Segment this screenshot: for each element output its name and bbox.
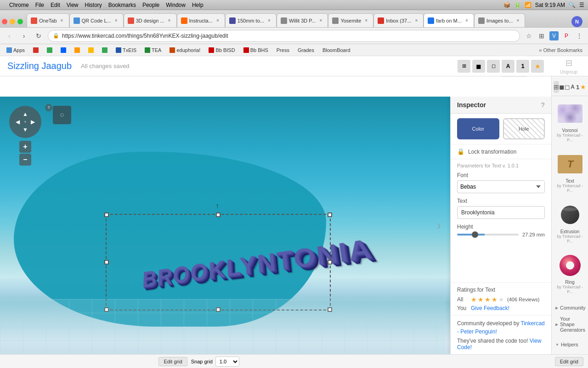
shape-item-voronoi[interactable]: Voronoi by Tinkercad - P... bbox=[554, 97, 586, 146]
tab-close-yosemite[interactable]: × bbox=[363, 17, 369, 24]
window-close-btn[interactable] bbox=[2, 19, 7, 24]
tab-title-instructa: Instructa... bbox=[189, 18, 213, 23]
mac-menu-file[interactable]: File bbox=[35, 2, 44, 8]
inspector-help-icon[interactable]: ? bbox=[541, 101, 545, 109]
nav-help-btn[interactable]: ? bbox=[45, 104, 52, 111]
tab-close-images[interactable]: × bbox=[514, 17, 521, 24]
height-slider[interactable] bbox=[457, 234, 519, 236]
nav-circle[interactable]: ▲ ◀ ● ▶ ▼ bbox=[9, 106, 41, 138]
tab-instructa[interactable]: Instructa... × bbox=[177, 13, 225, 27]
tab-close-inbox[interactable]: × bbox=[413, 17, 419, 24]
bookmark-drive[interactable] bbox=[43, 46, 56, 54]
bookmark-g3[interactable] bbox=[98, 46, 111, 54]
scroll-right-arrow[interactable]: › bbox=[437, 218, 441, 233]
search-icon[interactable]: 🔍 bbox=[569, 2, 576, 8]
bookmark-apps[interactable]: Apps bbox=[3, 46, 28, 54]
sidebar-wireframe-icon[interactable]: ◻ bbox=[565, 81, 570, 93]
mac-menu-history[interactable]: History bbox=[85, 2, 102, 8]
window-minimize-btn[interactable] bbox=[10, 19, 15, 24]
pinterest-icon[interactable]: P bbox=[561, 31, 571, 41]
bookmark-bb-bhs[interactable]: Bb BHS bbox=[240, 46, 272, 54]
bookmark-g2[interactable] bbox=[85, 46, 97, 54]
bookmark-bloomboard[interactable]: BloomBoard bbox=[319, 46, 354, 54]
tab-qrcode[interactable]: QR Code L... × bbox=[69, 13, 124, 27]
mac-menu-window[interactable]: Window bbox=[166, 2, 186, 8]
bookmarks-more-btn[interactable]: » Other Bookmarks bbox=[536, 46, 585, 54]
shape-name-ring: Ring bbox=[565, 280, 575, 285]
chrome-profile-btn[interactable]: N bbox=[571, 16, 582, 27]
view-cube[interactable]: ⬡ bbox=[53, 106, 71, 124]
font-select[interactable]: Bebas bbox=[457, 180, 545, 193]
sidebar-star-icon[interactable]: ★ bbox=[580, 81, 586, 93]
bookmark-bb-bisd[interactable]: Bb BISD bbox=[205, 46, 238, 54]
chrome-extension-icon[interactable]: V bbox=[549, 31, 559, 40]
mac-menu-chrome[interactable]: Chrome bbox=[9, 2, 29, 8]
edit-grid-right-btn[interactable]: Edit grid bbox=[555, 357, 583, 366]
tab-farbon[interactable]: farb on M... × bbox=[424, 13, 474, 27]
bookmark-grades[interactable]: Grades bbox=[294, 46, 318, 54]
mac-menu-help[interactable]: Help bbox=[192, 2, 204, 8]
mac-menu-bookmarks[interactable]: Bookmarks bbox=[108, 2, 136, 8]
mac-menu-view[interactable]: View bbox=[67, 2, 79, 8]
tab-onetab[interactable]: OneTab × bbox=[27, 13, 69, 27]
bookmark-dropbox[interactable] bbox=[57, 46, 70, 54]
shape-item-helpers[interactable] bbox=[554, 351, 586, 354]
tab-title-images: Images to... bbox=[486, 18, 513, 23]
community-section-header[interactable]: ▶ Community bbox=[552, 302, 588, 313]
nav-arrow-w[interactable]: ◀ bbox=[14, 118, 22, 126]
tab-close-onetab[interactable]: × bbox=[59, 17, 65, 24]
sidebar-grid-icon[interactable]: ⊞ bbox=[554, 81, 559, 93]
tab-close-instructa[interactable]: × bbox=[215, 17, 221, 24]
chrome-cast-icon[interactable]: ⊞ bbox=[537, 31, 547, 41]
bookmark-tea[interactable]: TEA bbox=[141, 46, 165, 54]
window-maximize-btn[interactable] bbox=[17, 19, 23, 24]
mac-menu-people[interactable]: People bbox=[142, 2, 159, 8]
tab-close-farbon[interactable]: × bbox=[464, 17, 470, 24]
menu-icon[interactable]: ☰ bbox=[579, 2, 584, 8]
bookmark-star-icon[interactable]: ☆ bbox=[524, 31, 534, 41]
bookmark-press[interactable]: Press bbox=[273, 46, 293, 54]
chrome-apps-icon[interactable]: ⋮ bbox=[574, 31, 584, 41]
nav-forward-btn[interactable]: › bbox=[18, 30, 29, 41]
url-bar[interactable]: 🔒 https://www.tinkercad.com/things/5hn68… bbox=[48, 30, 520, 42]
tab-inbox[interactable]: Inbox (37... × bbox=[373, 13, 424, 27]
zoom-out-btn[interactable]: − bbox=[19, 154, 31, 166]
snap-grid-select[interactable]: 1.0 0.5 0.25 bbox=[215, 356, 239, 367]
bookmark-gmail[interactable] bbox=[29, 46, 42, 54]
zoom-in-btn[interactable]: + bbox=[19, 141, 31, 153]
nav-arrow-center[interactable]: ● bbox=[22, 118, 29, 126]
tab-3ddesign[interactable]: 3D design ... × bbox=[124, 13, 177, 27]
text-input[interactable] bbox=[457, 206, 545, 219]
sidebar-text-icon[interactable]: A bbox=[570, 81, 575, 93]
bookmark-txeis[interactable]: TxEIS bbox=[112, 46, 140, 54]
hole-btn[interactable]: Hole bbox=[503, 118, 545, 139]
nav-back-btn[interactable]: ‹ bbox=[4, 30, 15, 41]
your-shapes-section-header[interactable]: ▶ Your Shape Generators bbox=[552, 313, 588, 335]
bookmark-eduphoria[interactable]: eduphoria! bbox=[166, 46, 204, 54]
ungroup-btn[interactable]: ⊟ Ungroup bbox=[555, 56, 582, 77]
color-btn[interactable]: Color bbox=[457, 118, 499, 139]
feedback-link[interactable]: Give Feedback! bbox=[471, 305, 509, 311]
nav-arrow-n[interactable]: ▲ bbox=[22, 110, 29, 118]
shape-item-text[interactable]: T Text by Tinkercad - P... bbox=[554, 148, 586, 196]
bookmark-amazon[interactable] bbox=[71, 46, 84, 54]
sidebar-num-icon[interactable]: 1 bbox=[575, 81, 580, 93]
shape-item-extrusion[interactable]: Extrusion by Tinkercad - P... bbox=[554, 198, 586, 247]
edit-grid-btn[interactable]: Edit grid bbox=[158, 357, 187, 366]
nav-arrow-s[interactable]: ▼ bbox=[22, 126, 29, 133]
sidebar-cube-icon[interactable]: ◼ bbox=[559, 81, 565, 93]
tab-images[interactable]: Images to... × bbox=[474, 13, 525, 27]
tab-150mm[interactable]: 150mm to... × bbox=[225, 13, 277, 27]
shape-item-ring[interactable]: Ring by Tinkercad - P... bbox=[554, 249, 586, 298]
tab-yosemite[interactable]: Yosemite × bbox=[328, 13, 373, 27]
helpers-section-header[interactable]: ▼ Helpers bbox=[552, 339, 588, 350]
tab-close-qrcode[interactable]: × bbox=[113, 17, 119, 24]
tab-close-150mm[interactable]: × bbox=[266, 17, 272, 24]
mac-menu-edit[interactable]: Edit bbox=[51, 2, 60, 8]
nav-refresh-btn[interactable]: ↻ bbox=[33, 30, 44, 41]
tab-willit[interactable]: Willit 3D P... × bbox=[277, 13, 328, 27]
tab-close-willit[interactable]: × bbox=[317, 17, 324, 24]
nav-arrow-e[interactable]: ▶ bbox=[29, 118, 37, 126]
tab-close-3ddesign[interactable]: × bbox=[166, 17, 173, 24]
canvas-area[interactable]: BROOKLYNTONIA ↑ bbox=[0, 97, 551, 354]
